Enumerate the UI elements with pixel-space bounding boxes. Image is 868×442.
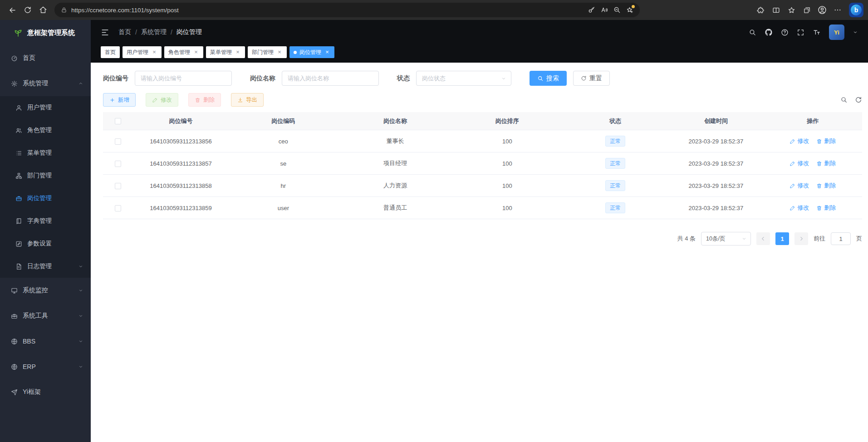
passwords-button[interactable]: [585, 4, 598, 16]
browser-menu-button[interactable]: [830, 2, 845, 18]
row-checkbox[interactable]: [115, 138, 121, 145]
prev-page-button[interactable]: [756, 232, 770, 245]
status-select[interactable]: 岗位状态: [416, 71, 511, 86]
browser-refresh-button[interactable]: [20, 2, 35, 18]
edit-icon: [790, 138, 795, 144]
sidebar-item-role-management[interactable]: 角色管理: [0, 119, 91, 142]
bing-icon: b: [851, 5, 862, 15]
browser-profile-button[interactable]: [814, 2, 830, 18]
browser-home-button[interactable]: [35, 2, 51, 18]
back-icon: [8, 6, 17, 15]
search-icon: [749, 29, 756, 36]
sidebar-item-system-tools[interactable]: 系统工具: [0, 303, 91, 329]
split-screen-button[interactable]: [768, 2, 784, 18]
sidebar-item-system-management[interactable]: 系统管理: [0, 71, 91, 96]
tab-user-management[interactable]: 用户管理 ×: [123, 46, 162, 58]
bing-copilot-button[interactable]: b: [849, 3, 863, 17]
tab-home[interactable]: 首页: [101, 46, 120, 58]
sidebar-toggle-button[interactable]: [101, 28, 109, 37]
sidebar-item-param-settings[interactable]: 参数设置: [0, 232, 91, 255]
goto-page-input[interactable]: [831, 232, 851, 245]
row-delete-button[interactable]: 删除: [816, 159, 836, 167]
tab-close-button[interactable]: ×: [151, 49, 157, 55]
row-checkbox[interactable]: [115, 161, 121, 167]
sidebar-item-menu-management[interactable]: 菜单管理: [0, 142, 91, 164]
sidebar-item-post-management[interactable]: 岗位管理: [0, 187, 91, 210]
select-all-checkbox[interactable]: [115, 118, 121, 124]
app-frame: 意框架管理系统 首页 系统管理 用户管理: [0, 20, 868, 442]
post-code-input[interactable]: [135, 71, 232, 86]
add-button[interactable]: 新增: [103, 93, 136, 107]
row-edit-button[interactable]: 修改: [790, 159, 809, 167]
row-delete-button[interactable]: 删除: [816, 137, 836, 145]
browser-back-button[interactable]: [5, 2, 20, 18]
address-bar[interactable]: https://ccnetcore.com:1101/system/post: [54, 3, 640, 17]
cell-post-code: ceo: [228, 138, 338, 145]
row-edit-button[interactable]: 修改: [790, 204, 809, 212]
sidebar-item-log-management[interactable]: 日志管理: [0, 255, 91, 278]
tab-close-button[interactable]: ×: [235, 49, 241, 55]
tab-close-button[interactable]: ×: [276, 49, 283, 55]
refresh-icon: [581, 75, 587, 81]
page-1-button[interactable]: 1: [775, 232, 789, 245]
github-button[interactable]: [765, 28, 773, 36]
edit-icon: [152, 97, 158, 103]
tab-label: 角色管理: [168, 49, 190, 56]
sidebar-item-label: ERP: [23, 363, 73, 370]
delete-button[interactable]: 删除: [188, 93, 221, 107]
tab-close-button[interactable]: ×: [193, 49, 199, 55]
row-checkbox[interactable]: [115, 183, 121, 189]
header-search-button[interactable]: [749, 29, 756, 36]
extensions-button[interactable]: [753, 2, 768, 18]
refresh-table-button[interactable]: [855, 96, 862, 103]
row-delete-label: 删除: [824, 204, 836, 212]
sidebar-item-user-management[interactable]: 用户管理: [0, 96, 91, 119]
refresh-icon: [24, 6, 32, 14]
post-name-input[interactable]: [282, 71, 379, 86]
row-checkbox[interactable]: [115, 205, 121, 211]
sidebar-item-dict-management[interactable]: 字典管理: [0, 210, 91, 232]
toggle-search-button[interactable]: [840, 96, 848, 103]
tab-close-button[interactable]: ×: [324, 49, 330, 55]
edit-button[interactable]: 修改: [146, 93, 178, 107]
read-aloud-button[interactable]: [598, 4, 611, 16]
row-delete-button[interactable]: 删除: [816, 204, 836, 212]
reset-button[interactable]: 重置: [573, 71, 610, 86]
search-button[interactable]: 搜索: [530, 71, 567, 86]
page-size-select[interactable]: 10条/页: [701, 232, 751, 246]
add-favorite-button[interactable]: [623, 4, 636, 16]
help-button[interactable]: [781, 29, 789, 36]
font-size-button[interactable]: [813, 28, 821, 36]
zoom-button[interactable]: [611, 4, 623, 16]
tab-dept-management[interactable]: 部门管理 ×: [248, 46, 287, 58]
breadcrumb-separator: /: [171, 29, 172, 36]
sidebar-item-bbs[interactable]: BBS: [0, 329, 91, 354]
tab-role-management[interactable]: 角色管理 ×: [164, 46, 203, 58]
fullscreen-button[interactable]: [797, 29, 804, 36]
sidebar-item-erp[interactable]: ERP: [0, 354, 91, 379]
url-text[interactable]: https://ccnetcore.com:1101/system/post: [71, 7, 585, 14]
breadcrumb-system[interactable]: 系统管理: [141, 28, 167, 36]
filter-post-code: 岗位编号: [103, 71, 232, 86]
app-logo[interactable]: 意框架管理系统: [0, 20, 91, 45]
sidebar-item-system-monitor[interactable]: 系统监控: [0, 278, 91, 303]
sidebar-item-dept-management[interactable]: 部门管理: [0, 164, 91, 187]
user-avatar[interactable]: Yi: [829, 25, 844, 40]
export-button[interactable]: 导出: [231, 93, 264, 107]
collections-button[interactable]: [799, 2, 814, 18]
cell-post-id: 1641030593112313859: [133, 205, 228, 211]
trash-icon: [195, 97, 201, 103]
favorites-button[interactable]: [784, 2, 799, 18]
edit-icon: [790, 205, 795, 211]
sidebar-item-yi-framework[interactable]: Yi框架: [0, 379, 91, 405]
row-edit-button[interactable]: 修改: [790, 182, 809, 190]
avatar-menu-button[interactable]: [853, 29, 858, 35]
sidebar-item-home[interactable]: 首页: [0, 45, 91, 71]
breadcrumb-home[interactable]: 首页: [118, 28, 131, 36]
next-page-button[interactable]: [794, 232, 808, 245]
row-edit-button[interactable]: 修改: [790, 137, 809, 145]
tab-menu-management[interactable]: 菜单管理 ×: [206, 46, 245, 58]
globe-icon: [11, 338, 18, 345]
tab-post-management[interactable]: 岗位管理 ×: [289, 46, 334, 58]
row-delete-button[interactable]: 删除: [816, 182, 836, 190]
